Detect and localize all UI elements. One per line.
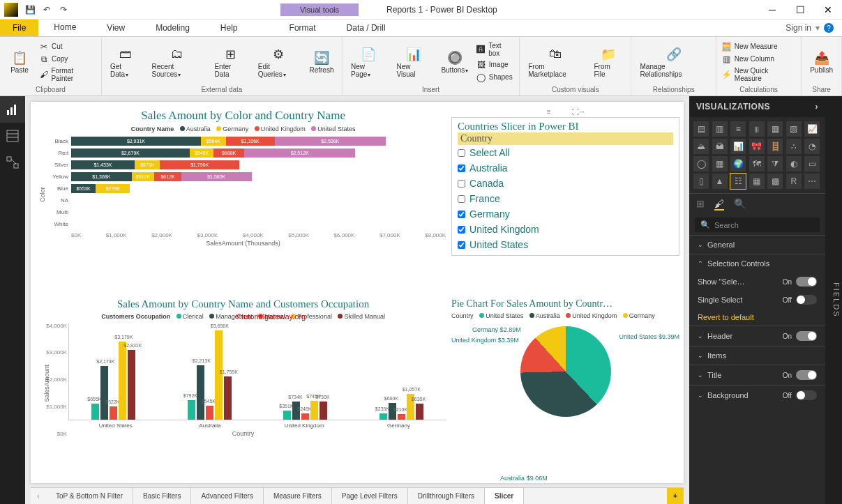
viz-100-col-icon[interactable]: ▧ — [786, 121, 802, 137]
page-tab[interactable]: Measure Filters — [264, 488, 332, 504]
toggle-title[interactable] — [796, 370, 817, 380]
save-icon[interactable]: 💾 — [22, 2, 38, 17]
close-button[interactable]: ✕ — [814, 0, 842, 20]
slicer-item[interactable]: United States — [458, 237, 673, 252]
tab-modeling[interactable]: Modeling — [140, 20, 205, 36]
viz-line-icon[interactable]: 📈 — [804, 121, 820, 137]
format-tab-icon[interactable]: 🖌 — [714, 198, 724, 211]
minimize-button[interactable]: ─ — [758, 0, 786, 20]
slicer-item[interactable]: Select All — [458, 145, 673, 160]
sign-in-link[interactable]: Sign in ▾ ? — [777, 20, 842, 36]
format-painter-button[interactable]: 🖌Format Painter — [38, 66, 97, 83]
page-tab[interactable]: Page Level Filters — [332, 488, 408, 504]
viz-treemap-icon[interactable]: ▦ — [712, 156, 728, 171]
viz-stacked-bar-icon[interactable]: ▤ — [693, 121, 709, 137]
data-view-icon[interactable] — [0, 123, 25, 149]
slicer-field-header[interactable]: Country — [458, 132, 673, 145]
viz-donut-icon[interactable]: ◯ — [693, 156, 709, 171]
buttons-button[interactable]: 🔘Buttons — [437, 48, 472, 75]
section-title[interactable]: ⌄TitleOn — [689, 365, 825, 385]
report-canvas[interactable]: Sales Amount by Color and Country Name C… — [25, 96, 689, 504]
viz-gauge-icon[interactable]: ◐ — [786, 156, 802, 171]
new-visual-button[interactable]: 📊New Visual — [393, 45, 435, 79]
slicer-item[interactable]: Canada — [458, 176, 673, 191]
viz-kpi-icon[interactable]: ▲ — [712, 174, 728, 189]
viz-card-icon[interactable]: ▭ — [804, 156, 820, 171]
viz-map-icon[interactable]: 🌍 — [730, 156, 746, 171]
search-input[interactable]: 🔍 Search — [695, 217, 820, 232]
slicer-item[interactable]: United Kingdom — [458, 222, 673, 237]
tab-view[interactable]: View — [91, 20, 140, 36]
manage-relationships-button[interactable]: 🔗Manage Relationships — [636, 45, 711, 79]
section-items[interactable]: ⌄Items — [689, 346, 825, 365]
fields-panel-collapsed[interactable]: FIELDS — [825, 96, 842, 504]
viz-scatter-icon[interactable]: ∴ — [786, 139, 802, 154]
section-selection-controls[interactable]: ⌃Selection Controls — [689, 254, 825, 273]
viz-waterfall-icon[interactable]: 🪜 — [767, 139, 783, 154]
add-page-button[interactable]: + — [667, 488, 684, 504]
viz-line-col-icon[interactable]: 📊 — [730, 139, 746, 154]
viz-clustered-bar-icon[interactable]: ≡ — [730, 121, 746, 137]
toggle-background[interactable] — [796, 390, 817, 400]
viz-filled-map-icon[interactable]: 🗺 — [749, 156, 765, 171]
slicer-item[interactable]: Germany — [458, 206, 673, 222]
stacked-bar-chart[interactable]: Sales Amount by Color and Country Name C… — [40, 109, 446, 293]
model-view-icon[interactable] — [0, 149, 25, 176]
edit-queries-button[interactable]: ⚙Edit Queries — [254, 45, 303, 79]
refresh-button[interactable]: 🔄Refresh — [306, 48, 338, 75]
viz-multi-card-icon[interactable]: ▯ — [693, 174, 709, 189]
textbox-button[interactable]: 🅰Text box — [475, 41, 516, 58]
help-icon[interactable]: ? — [824, 23, 834, 33]
section-background[interactable]: ⌄BackgroundOff — [689, 385, 825, 405]
new-page-button[interactable]: 📄New Page — [347, 45, 390, 79]
slicer-focus-icon[interactable]: ⛶ ⋯ — [572, 108, 585, 118]
viz-more-icon[interactable]: ⋯ — [804, 174, 820, 189]
fields-tab-icon[interactable]: ⊞ — [696, 198, 705, 211]
paste-button[interactable]: 📋Paste — [4, 48, 35, 75]
toggle-header[interactable] — [796, 331, 817, 341]
redo-icon[interactable]: ↷ — [56, 2, 71, 17]
viz-slicer-icon[interactable]: ☷ — [730, 174, 746, 189]
slicer-item[interactable]: France — [458, 191, 673, 206]
undo-icon[interactable]: ↶ — [39, 2, 54, 17]
section-header[interactable]: ⌄HeaderOn — [689, 326, 825, 346]
maximize-button[interactable]: ☐ — [786, 0, 814, 20]
tab-data-drill[interactable]: Data / Drill — [331, 20, 401, 36]
pie-chart[interactable]: Pie Chart For Sales Amount by Countr… Co… — [451, 298, 679, 482]
tab-home[interactable]: Home — [38, 20, 91, 36]
viz-matrix-icon[interactable]: ▩ — [767, 174, 783, 189]
viz-table-icon[interactable]: ▦ — [749, 174, 765, 189]
viz-area-icon[interactable]: ⛰ — [693, 139, 709, 154]
viz-clustered-col-icon[interactable]: ⫼ — [749, 121, 765, 137]
copy-button[interactable]: ⧉Copy — [38, 54, 97, 65]
page-tab[interactable]: Basic Filters — [133, 488, 191, 504]
new-measure-button[interactable]: 🧮New Measure — [721, 41, 797, 52]
page-tab[interactable]: Drillthrough Filters — [408, 488, 485, 504]
viz-100-bar-icon[interactable]: ▦ — [767, 121, 783, 137]
section-general[interactable]: ⌄General — [689, 235, 825, 254]
viz-r-icon[interactable]: R — [786, 174, 802, 189]
clustered-column-chart[interactable]: Sales Amount by Country Name and Custome… — [40, 298, 446, 482]
new-quick-measure-button[interactable]: ⚡New Quick Measure — [721, 66, 797, 83]
revert-default-link[interactable]: Revert to default — [689, 309, 825, 326]
cut-button[interactable]: ✂Cut — [38, 41, 97, 52]
slicer-item[interactable]: Australia — [458, 160, 673, 176]
publish-button[interactable]: 📤Publish — [806, 48, 837, 75]
viz-stacked-col-icon[interactable]: ▥ — [712, 121, 728, 137]
page-tab[interactable]: ToP & Bottom N Filter — [46, 488, 133, 504]
recent-sources-button[interactable]: 🗂Recent Sources — [148, 45, 208, 79]
toggle-show-select[interactable] — [796, 277, 817, 287]
viz-stacked-area-icon[interactable]: 🏔 — [712, 139, 728, 154]
report-view-icon[interactable] — [0, 96, 25, 123]
enter-data-button[interactable]: ⊞Enter Data — [210, 45, 250, 79]
get-data-button[interactable]: 🗃Get Data — [106, 45, 145, 79]
tab-help[interactable]: Help — [205, 20, 253, 36]
from-marketplace-button[interactable]: 🛍From Marketplace — [524, 45, 587, 79]
analytics-tab-icon[interactable]: 🔍 — [734, 198, 746, 211]
viz-ribbon-icon[interactable]: 🎀 — [749, 139, 765, 154]
slicer-drag-icon[interactable]: ≡ — [547, 108, 551, 118]
tab-format[interactable]: Format — [274, 20, 331, 36]
page-tab[interactable]: Slicer — [485, 488, 524, 504]
collapse-icon[interactable]: › — [815, 102, 819, 112]
image-button[interactable]: 🖼Image — [475, 59, 516, 70]
